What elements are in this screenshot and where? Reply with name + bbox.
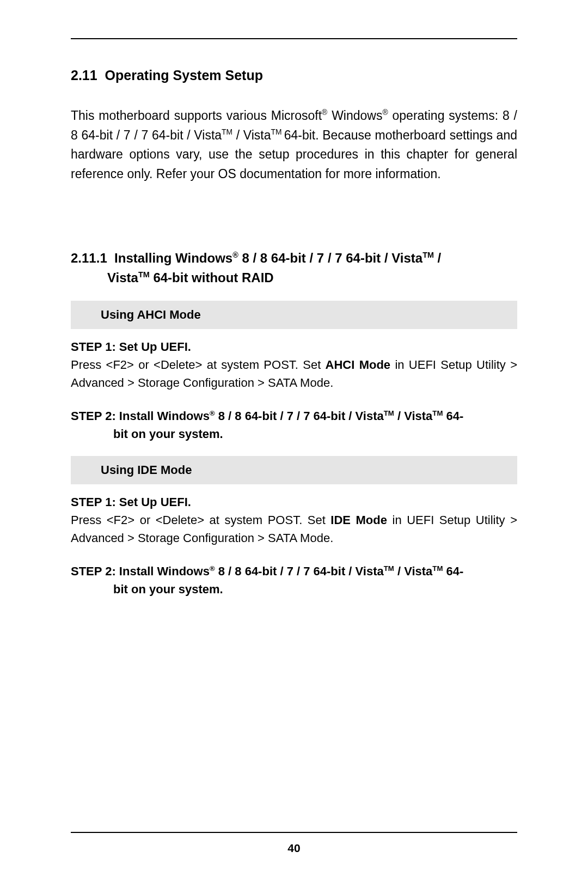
registered-symbol: ® xyxy=(322,108,327,117)
step-body: Press <F2> or <Delete> at system POST. S… xyxy=(71,356,517,392)
subsection-title-text: Vista xyxy=(107,270,138,285)
tm-symbol: TM xyxy=(432,409,443,417)
tm-symbol: TM xyxy=(422,251,434,259)
registered-symbol: ® xyxy=(232,251,238,259)
step2-text: 8 / 8 64-bit / 7 / 7 64-bit / Vista xyxy=(215,409,384,423)
tm-symbol: TM xyxy=(432,564,443,572)
intro-text: / Vista xyxy=(232,128,271,142)
intro-paragraph: This motherboard supports various Micros… xyxy=(71,106,517,184)
step2-text: STEP 2: Install Windows xyxy=(71,409,210,423)
step-body: Press <F2> or <Delete> at system POST. S… xyxy=(71,511,517,547)
tm-symbol: TM xyxy=(384,564,394,572)
step2-text: 64- xyxy=(443,564,463,578)
step2-text: / Vista xyxy=(394,409,433,423)
section-title: Operating System Setup xyxy=(105,68,263,83)
section-heading: 2.11 Operating System Setup xyxy=(71,68,517,83)
tm-symbol: TM xyxy=(384,409,394,417)
step-title: STEP 1: Set Up UEFI. xyxy=(71,338,517,356)
bottom-rule xyxy=(71,832,517,833)
footer: 40 xyxy=(71,832,517,855)
subsection-title-text: Installing Windows xyxy=(114,251,232,265)
intro-text: This motherboard supports various Micros… xyxy=(71,108,322,123)
registered-symbol: ® xyxy=(382,108,388,117)
content-area: 2.11 Operating System Setup This motherb… xyxy=(71,68,517,832)
intro-text: Windows xyxy=(327,108,382,123)
subsection-title-line2: VistaTM 64-bit without RAID xyxy=(71,268,517,288)
subsection-title-text: 64-bit without RAID xyxy=(150,270,274,285)
ahci-step1: STEP 1: Set Up UEFI. Press <F2> or <Dele… xyxy=(71,338,517,392)
section-number: 2.11 xyxy=(71,68,97,83)
step2-line2: bit on your system. xyxy=(71,425,517,443)
tm-symbol: TM xyxy=(222,128,232,136)
step-title: STEP 2: Install Windows® 8 / 8 64-bit / … xyxy=(71,407,517,443)
ahci-step2: STEP 2: Install Windows® 8 / 8 64-bit / … xyxy=(71,407,517,443)
ide-step1: STEP 1: Set Up UEFI. Press <F2> or <Dele… xyxy=(71,493,517,547)
top-rule xyxy=(71,38,517,39)
tm-symbol: TM xyxy=(271,128,284,136)
step-body-bold: IDE Mode xyxy=(330,513,387,527)
subsection-title-text: 8 / 8 64-bit / 7 / 7 64-bit / Vista xyxy=(238,251,422,265)
subsection-heading: 2.11.1 Installing Windows® 8 / 8 64-bit … xyxy=(71,248,517,288)
step2-text: / Vista xyxy=(394,564,433,578)
step2-text: STEP 2: Install Windows xyxy=(71,564,210,578)
registered-symbol: ® xyxy=(210,564,215,572)
step-body-text: Press <F2> or <Delete> at system POST. S… xyxy=(71,513,330,527)
registered-symbol: ® xyxy=(210,409,215,417)
ide-mode-header: Using IDE Mode xyxy=(71,456,517,484)
step-title: STEP 2: Install Windows® 8 / 8 64-bit / … xyxy=(71,562,517,598)
tm-symbol: TM xyxy=(138,270,150,279)
ide-step2: STEP 2: Install Windows® 8 / 8 64-bit / … xyxy=(71,562,517,598)
step2-line2: bit on your system. xyxy=(71,580,517,598)
document-page: 2.11 Operating System Setup This motherb… xyxy=(0,0,588,882)
subsection-title-text: / xyxy=(434,251,441,265)
step-title: STEP 1: Set Up UEFI. xyxy=(71,493,517,511)
subsection-heading-block: 2.11.1 Installing Windows® 8 / 8 64-bit … xyxy=(71,248,517,288)
step2-text: 64- xyxy=(443,409,463,423)
subsection-number: 2.11.1 xyxy=(71,251,107,265)
ahci-mode-header: Using AHCI Mode xyxy=(71,301,517,329)
page-number: 40 xyxy=(71,842,517,855)
step-body-text: Press <F2> or <Delete> at system POST. S… xyxy=(71,358,326,372)
step2-text: 8 / 8 64-bit / 7 / 7 64-bit / Vista xyxy=(215,564,384,578)
step-body-bold: AHCI Mode xyxy=(326,358,391,372)
